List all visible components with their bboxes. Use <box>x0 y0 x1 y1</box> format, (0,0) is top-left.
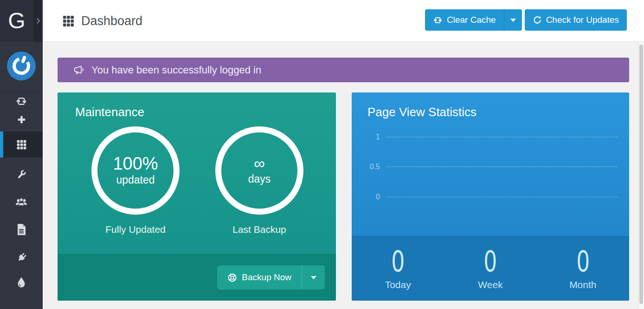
clear-cache-label: Clear Cache <box>447 15 496 25</box>
caret-down-icon <box>510 19 516 22</box>
scrollbar-thumb[interactable] <box>639 45 643 304</box>
sidebar: G <box>0 0 43 309</box>
retweet-icon <box>433 15 443 25</box>
sidebar-collapse-strip[interactable] <box>33 0 43 42</box>
updated-unit: updated <box>116 174 155 186</box>
page-title: Dashboard <box>81 14 142 28</box>
refresh-icon <box>533 15 542 25</box>
grid-icon <box>16 139 27 151</box>
notification-message: You have been successfully logged in <box>91 64 261 76</box>
backup-button-group: Backup Now <box>217 265 325 289</box>
plug-icon <box>15 252 27 264</box>
stat-month-label: Month <box>569 279 596 290</box>
stat-week-value: 0 <box>483 247 497 276</box>
gridline <box>386 197 617 197</box>
life-ring-icon <box>227 273 237 283</box>
stat-today-label: Today <box>385 279 411 290</box>
clear-cache-dropdown-toggle[interactable] <box>504 9 522 31</box>
gridline <box>386 166 617 167</box>
megaphone-icon <box>73 65 85 76</box>
page-title-wrap: Dashboard <box>62 0 142 42</box>
maintenance-footer: Backup Now <box>58 254 336 301</box>
gridline-row: 0.5 <box>352 162 617 171</box>
active-item-indicator <box>0 131 3 158</box>
sidebar-item-refresh[interactable] <box>0 91 43 112</box>
sidebar-item-add[interactable] <box>0 109 43 130</box>
last-backup-caption: Last Backup <box>215 224 303 235</box>
check-for-updates-label: Check for Updates <box>546 15 619 25</box>
stat-week: 0 Week <box>444 237 536 301</box>
header-actions: Clear Cache Check for Updates <box>425 9 627 31</box>
notification-banner: You have been successfully logged in <box>58 58 629 82</box>
stat-month: 0 Month <box>537 237 629 301</box>
y-tick-label: 1 <box>352 133 386 141</box>
page-view-statistics-panel: Page View Statistics 1 0.5 0 0 Today 0 <box>352 92 629 301</box>
page-views-chart: 1 0.5 0 <box>352 125 629 237</box>
gridline <box>386 137 617 138</box>
backup-now-label: Backup Now <box>242 272 291 283</box>
y-tick-label: 0 <box>352 193 386 201</box>
last-backup-value: ∞ <box>254 156 265 172</box>
caret-down-icon <box>311 276 316 279</box>
stat-today-value: 0 <box>391 247 405 276</box>
last-backup-unit: days <box>248 173 271 185</box>
gridline-row: 1 <box>352 132 617 142</box>
plus-icon <box>16 114 27 125</box>
sidebar-item-pages[interactable] <box>0 219 43 240</box>
updated-gauge: 100% updated <box>91 126 180 215</box>
app-logo[interactable]: G <box>0 0 33 42</box>
gridline-row: 0 <box>352 192 617 202</box>
sidebar-item-plugins[interactable] <box>0 248 43 268</box>
header: Dashboard Clear Cache <box>43 0 644 42</box>
scrollbar-track[interactable] <box>638 42 644 309</box>
stat-week-label: Week <box>478 279 502 290</box>
backup-now-button[interactable]: Backup Now <box>217 265 302 289</box>
logout-power-button[interactable] <box>7 52 36 80</box>
y-tick-label: 0.5 <box>352 163 386 171</box>
updated-caption: Fully Updated <box>91 224 180 235</box>
updated-value: 100% <box>113 155 158 173</box>
dashboard-grid-icon <box>62 14 75 28</box>
power-icon <box>7 52 36 80</box>
check-for-updates-button[interactable]: Check for Updates <box>525 9 627 31</box>
last-backup-gauge: ∞ days <box>215 126 303 215</box>
sidebar-item-settings[interactable] <box>0 164 43 184</box>
clear-cache-button[interactable]: Clear Cache <box>425 9 504 31</box>
droplet-icon <box>17 276 26 289</box>
backup-dropdown-toggle[interactable] <box>302 265 325 289</box>
sidebar-item-theme[interactable] <box>0 272 43 293</box>
file-icon <box>16 224 26 236</box>
maintenance-panel: Maintenance 100% updated ∞ days Fully Up… <box>58 92 336 301</box>
stat-month-value: 0 <box>576 247 590 276</box>
stat-today: 0 Today <box>352 237 444 301</box>
logo-letter: G <box>8 10 25 32</box>
sidebar-item-users[interactable] <box>0 191 43 212</box>
wrench-icon <box>16 169 27 180</box>
retweet-icon <box>15 95 27 107</box>
clear-cache-button-group: Clear Cache <box>425 9 522 31</box>
chevron-right-icon <box>36 18 40 24</box>
maintenance-title: Maintenance <box>75 105 144 119</box>
statistics-footer: 0 Today 0 Week 0 Month <box>352 236 629 301</box>
users-icon <box>15 196 28 207</box>
statistics-title: Page View Statistics <box>367 105 477 119</box>
sidebar-item-dashboard[interactable] <box>0 131 43 158</box>
